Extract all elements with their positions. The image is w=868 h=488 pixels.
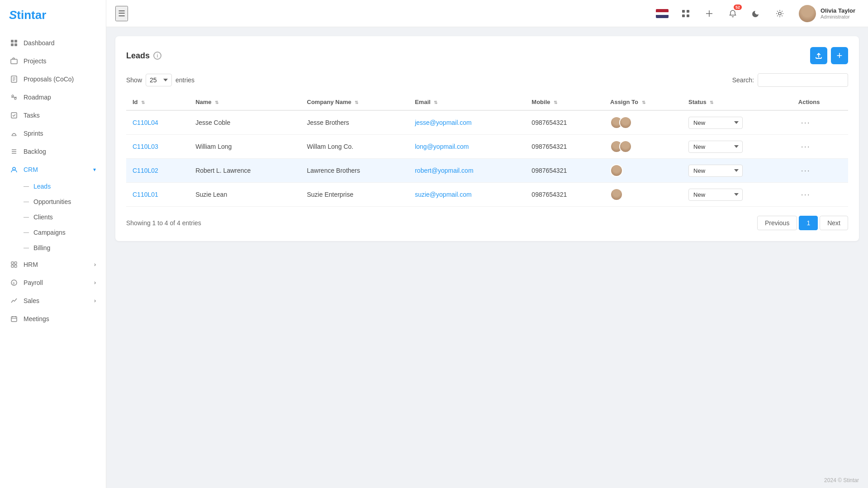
sidebar-item-proposals[interactable]: Proposals (CoCo) (0, 70, 106, 88)
show-entries: Show 25 10 50 100 entries (126, 74, 194, 86)
pagination-row: Showing 1 to 4 of 4 entries Previous 1 N… (126, 216, 848, 230)
sidebar-item-label: Payroll (24, 279, 43, 286)
sales-icon (10, 297, 18, 305)
row-actions-button[interactable]: ··· (798, 117, 813, 128)
sidebar-item-crm[interactable]: CRM ▾ (0, 161, 106, 179)
crm-submenu: Leads Opportunities Clients Campaigns Bi… (0, 179, 106, 256)
col-assignto[interactable]: Assign To ⇅ (604, 94, 682, 110)
payroll-icon: $ (10, 279, 18, 287)
svg-line-34 (706, 10, 707, 11)
hamburger-button[interactable]: ☰ (115, 6, 128, 21)
sidebar-item-dashboard[interactable]: Dashboard (0, 34, 106, 52)
sidebar-item-opportunities[interactable]: Opportunities (24, 194, 106, 209)
next-button[interactable]: Next (820, 216, 848, 230)
previous-button[interactable]: Previous (757, 216, 797, 230)
email-link[interactable]: long@yopmail.com (415, 143, 469, 150)
logo-text: Stintar (9, 8, 46, 22)
row-actions-button[interactable]: ··· (798, 189, 813, 200)
crm-icon (10, 166, 18, 174)
sidebar-item-tasks[interactable]: Tasks (0, 106, 106, 124)
svg-rect-24 (11, 317, 17, 322)
col-name[interactable]: Name ⇅ (189, 94, 300, 110)
grid-icon-button[interactable] (701, 5, 717, 22)
row-actions-button[interactable]: ··· (798, 165, 813, 176)
cell-mobile: 0987654321 (525, 110, 604, 135)
col-email[interactable]: Email ⇅ (408, 94, 525, 110)
sidebar-item-sales[interactable]: Sales › (0, 292, 106, 310)
info-icon[interactable]: i (153, 52, 161, 60)
sidebar-item-roadmap[interactable]: Roadmap (0, 88, 106, 106)
status-dropdown[interactable]: NewContactedQualifiedLostConverted (688, 189, 743, 201)
email-link[interactable]: suzie@yopmail.com (415, 191, 471, 198)
tasks-icon (10, 111, 18, 119)
meetings-icon (10, 315, 18, 323)
lead-id-link[interactable]: C110L04 (133, 119, 158, 126)
cell-company: Lawrence Brothers (301, 159, 409, 183)
sidebar-item-hrm[interactable]: HRM › (0, 256, 106, 274)
lead-id-link[interactable]: C110L02 (133, 167, 158, 174)
dark-mode-icon-button[interactable] (748, 5, 764, 22)
svg-rect-2 (11, 43, 14, 46)
status-dropdown[interactable]: NewContactedQualifiedLostConverted (688, 141, 743, 153)
add-lead-button[interactable]: + (831, 47, 848, 64)
settings-icon-button[interactable] (772, 5, 788, 22)
cell-actions: ··· (792, 110, 848, 135)
lead-id-link[interactable]: C110L03 (133, 143, 158, 150)
upload-button[interactable] (810, 47, 827, 64)
sidebar-item-sprints[interactable]: Sprints (0, 124, 106, 142)
search-input[interactable] (758, 73, 848, 87)
sidebar-item-label: Meetings (24, 315, 49, 322)
status-dropdown[interactable]: NewContactedQualifiedLostConverted (688, 165, 743, 177)
svg-rect-19 (14, 262, 17, 264)
card-header: Leads i + (126, 47, 848, 64)
assign-avatars (610, 188, 676, 201)
cell-id: C110L04 (126, 110, 189, 135)
flag-icon-button[interactable] (654, 5, 670, 22)
user-role: Administrator (821, 14, 855, 19)
email-link[interactable]: robert@yopmail.com (415, 167, 473, 174)
col-status[interactable]: Status ⇅ (682, 94, 792, 110)
cell-actions: ··· (792, 159, 848, 183)
showing-text: Showing 1 to 4 of 4 entries (126, 219, 201, 227)
sidebar-item-label: Roadmap (24, 94, 51, 101)
cell-name: Jesse Coble (189, 110, 300, 135)
apps-icon-button[interactable] (678, 5, 694, 22)
footer-text: 2024 © Stintar (824, 477, 859, 483)
sidebar-item-label: Sprints (24, 130, 43, 137)
col-mobile[interactable]: Mobile ⇅ (525, 94, 604, 110)
col-id[interactable]: Id ⇅ (126, 94, 189, 110)
page-1-button[interactable]: 1 (799, 216, 818, 230)
entries-select[interactable]: 25 10 50 100 (146, 74, 172, 86)
col-actions: Actions (792, 94, 848, 110)
sidebar-item-meetings[interactable]: Meetings (0, 310, 106, 328)
status-dropdown[interactable]: NewContactedQualifiedLostConverted (688, 117, 743, 129)
cell-status: NewContactedQualifiedLostConverted (682, 183, 792, 207)
avatar (799, 5, 816, 22)
sidebar: Stintar Dashboard Projects Proposals (Co… (0, 0, 106, 488)
notification-icon-button[interactable]: 52 (725, 5, 741, 22)
sidebar-item-leads[interactable]: Leads (24, 179, 106, 194)
campaigns-label: Campaigns (33, 229, 66, 236)
sidebar-item-clients[interactable]: Clients (24, 209, 106, 225)
lead-id-link[interactable]: C110L01 (133, 191, 158, 198)
notification-badge: 52 (734, 5, 742, 10)
cell-assignto (604, 159, 682, 183)
user-info[interactable]: Olivia Taylor Administrator (795, 3, 859, 24)
footer: 2024 © Stintar (106, 473, 868, 488)
sidebar-item-payroll[interactable]: $ Payroll › (0, 274, 106, 292)
email-link[interactable]: jesse@yopmail.com (415, 119, 471, 126)
roadmap-icon (10, 93, 18, 101)
assign-avatars (610, 116, 676, 129)
cell-id: C110L02 (126, 159, 189, 183)
col-company[interactable]: Company Name ⇅ (301, 94, 409, 110)
avatar (619, 140, 632, 153)
svg-rect-1 (14, 40, 17, 43)
search-label: Search: (732, 76, 754, 84)
page-title: Leads (126, 51, 150, 61)
sidebar-item-backlog[interactable]: Backlog (0, 142, 106, 161)
sidebar-item-billing[interactable]: Billing (24, 240, 106, 256)
cell-name: Suzie Lean (189, 183, 300, 207)
row-actions-button[interactable]: ··· (798, 141, 813, 152)
sidebar-item-campaigns[interactable]: Campaigns (24, 225, 106, 240)
sidebar-item-projects[interactable]: Projects (0, 52, 106, 70)
